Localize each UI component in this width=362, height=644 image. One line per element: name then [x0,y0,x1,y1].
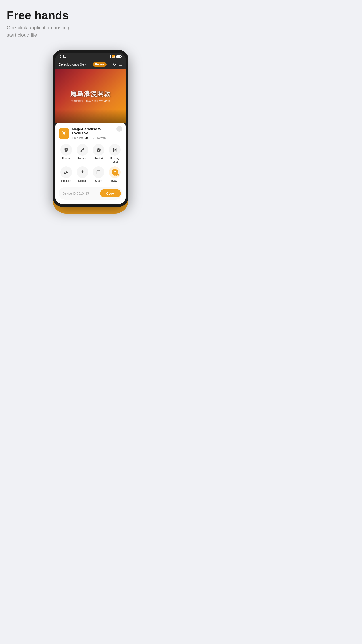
game-banner: 魔島浪漫開啟 地圖新劇情！Base等級提升至110級 [55,69,126,123]
phone-screen: 9:41 📶 Default groups [55,52,126,204]
restart-icon-wrap [93,144,104,156]
banner-cn-text: 魔島浪漫開啟 [70,90,111,98]
action-rename[interactable]: Rename [75,144,90,163]
banner-sub-text: 地圖新劇情！Base等級提升至110級 [71,99,110,102]
action-grid: $ Renew Rename [59,144,122,182]
banner-overlay [55,109,126,123]
factory-reset-icon-wrap [109,144,121,156]
share-icon-wrap [93,166,104,178]
action-upload[interactable]: Upload [75,166,90,182]
hero-subtitle-line2: start cloud life [7,32,37,38]
device-id-text: Device ID 5510425 [62,192,89,195]
action-factory-reset[interactable]: Factory reset [107,144,122,163]
refresh-icon[interactable]: ↻ [113,62,116,67]
restart-label: Restart [94,157,103,160]
content-area: 魔島浪漫開啟 地圖新劇情！Base等級提升至110級 [55,69,126,123]
bottom-sheet: × X Mage-Paradise W Exclusive Time left … [55,123,126,204]
status-bar: 9:41 📶 [55,52,126,60]
phone-frame: 9:41 📶 Default groups [52,50,128,207]
status-icons: 📶 [107,55,121,58]
group-label: Default groups (0) [59,62,84,66]
rename-label: Rename [77,157,87,160]
app-meta: Time left 3h 🖥 Taiwan [72,136,115,140]
svg-text:$: $ [66,149,67,151]
replace-icon-wrap [60,166,72,178]
factory-reset-label: Factory reset [107,157,122,163]
copy-button[interactable]: Copy [100,189,121,198]
app-info: X Mage-Paradise W Exclusive Time left 3h… [59,127,122,140]
signal-icon [107,55,111,58]
location-label: Taiwan [97,136,106,140]
chevron-down-icon: ▾ [85,63,86,66]
root-icon-wrap: ⚲ ON [109,166,121,178]
upload-icon-wrap [77,166,88,178]
share-icon [96,170,101,175]
renew-icon-wrap: $ [60,144,72,156]
replace-label: Replace [61,179,71,182]
root-label: ROOT [111,179,119,182]
action-restart[interactable]: Restart [91,144,106,163]
svg-text:⚲: ⚲ [114,170,116,173]
hero-title: Free hands [7,9,174,22]
share-label: Share [95,179,102,182]
menu-icon[interactable]: ☰ [119,62,122,67]
time-left-value: 3h [85,136,88,140]
pencil-icon [80,147,85,152]
hero-subtitle: One-click application hosting, start clo… [7,24,174,39]
svg-rect-6 [64,172,66,173]
app-name: Mage-Paradise W Exclusive [72,127,115,135]
status-time: 9:41 [60,55,66,58]
renew-badge[interactable]: Renew [92,62,107,67]
rename-icon-wrap [77,144,88,156]
svg-rect-4 [114,151,115,151]
factory-reset-icon [112,147,117,152]
phone-mockup: 9:41 📶 Default groups [43,50,137,207]
hero-subtitle-line1: One-click application hosting, [7,25,71,30]
wifi-icon: 📶 [112,55,115,58]
power-icon [96,147,101,152]
app-details: Mage-Paradise W Exclusive Time left 3h 🖥… [72,127,115,140]
app-bar-icons: ↻ ☰ [113,62,122,67]
replace-icon [64,170,69,175]
flag-icon: 🖥 [92,136,95,140]
action-share[interactable]: Share [91,166,106,182]
dollar-shield-icon: $ [64,147,69,152]
hero-section: Free hands One-click application hosting… [7,9,174,39]
battery-fill [117,56,120,57]
battery-icon [116,56,121,58]
action-replace[interactable]: Replace [59,166,74,182]
action-renew[interactable]: $ Renew [59,144,74,163]
renew-label: Renew [62,157,70,160]
device-id-row: Device ID 5510425 Copy [59,187,122,200]
close-button[interactable]: × [116,126,122,132]
time-left-label: Time left [72,136,83,140]
app-icon: X [59,128,69,139]
app-bar: Default groups (0) ▾ Renew ↻ ☰ [55,60,126,69]
svg-rect-3 [113,148,116,152]
upload-label: Upload [78,179,87,182]
group-selector[interactable]: Default groups (0) ▾ [59,62,86,66]
root-on-badge: ON [116,174,119,176]
upload-icon [80,170,85,175]
action-root[interactable]: ⚲ ON ROOT [107,166,122,182]
